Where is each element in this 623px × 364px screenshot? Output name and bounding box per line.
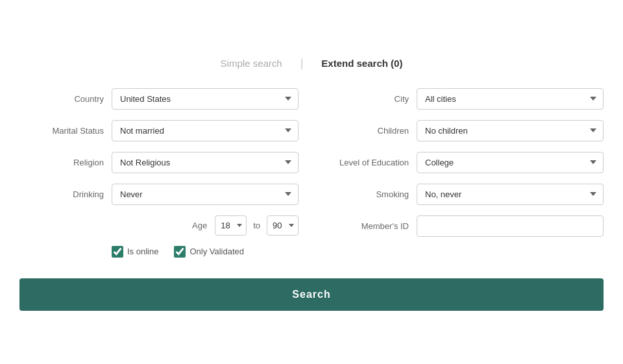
marital-status-row: Marital Status Not married Married Divor… [19, 120, 299, 141]
drinking-label: Drinking [19, 189, 104, 199]
smoking-select[interactable]: No, never Occasionally Regularly Trying … [417, 184, 604, 205]
search-button[interactable]: Search [19, 278, 604, 311]
smoking-row: Smoking No, never Occasionally Regularly… [324, 184, 604, 205]
city-label: City [324, 94, 409, 104]
member-id-input[interactable] [417, 215, 604, 237]
age-label: Age [123, 221, 207, 230]
checkbox-row: Is online Only Validated [19, 246, 299, 258]
education-row: Level of Education College High School B… [324, 152, 604, 173]
is-online-item: Is online [112, 246, 158, 258]
tab-simple-search[interactable]: Simple search [208, 54, 295, 73]
city-select[interactable]: All cities New York Los Angeles Chicago … [417, 88, 604, 110]
smoking-label: Smoking [324, 189, 409, 199]
marital-status-select[interactable]: Not married Married Divorced Widowed [112, 120, 299, 141]
children-row: Children No children Have children Want … [324, 120, 604, 141]
age-to-label: to [253, 221, 260, 230]
drinking-row: Drinking Never Socially Regularly Often [19, 184, 299, 205]
country-select[interactable]: United States Canada United Kingdom Aust… [112, 88, 299, 110]
is-online-label: Is online [127, 247, 158, 256]
only-validated-item: Only Validated [174, 246, 244, 258]
children-label: Children [324, 126, 409, 136]
education-select[interactable]: College High School Bachelor's Master's … [417, 152, 604, 173]
city-row: City All cities New York Los Angeles Chi… [324, 88, 604, 110]
drinking-select[interactable]: Never Socially Regularly Often [112, 184, 299, 205]
children-select[interactable]: No children Have children Want children … [417, 120, 604, 141]
search-btn-row: Search [19, 278, 604, 311]
only-validated-label: Only Validated [189, 247, 244, 256]
religion-select[interactable]: Not Religious Christian Muslim Jewish Bu… [112, 152, 299, 173]
age-to-select[interactable]: 908070 605045 403530 [267, 215, 299, 236]
tab-extend-search[interactable]: Extend search (0) [308, 54, 415, 73]
member-id-row: Member's ID [324, 215, 604, 237]
religion-row: Religion Not Religious Christian Muslim … [19, 152, 299, 173]
tab-divider: | [295, 56, 309, 70]
country-label: Country [19, 94, 104, 104]
marital-status-label: Marital Status [19, 126, 104, 136]
country-row: Country United States Canada United King… [19, 88, 299, 110]
education-label: Level of Education [324, 158, 409, 167]
religion-label: Religion [19, 158, 104, 167]
age-from-select[interactable]: 181920 212225 303540 [215, 215, 247, 236]
member-id-label: Member's ID [324, 221, 409, 231]
only-validated-checkbox[interactable] [174, 246, 186, 258]
age-row: Age 181920 212225 303540 to 908070 60504… [19, 215, 299, 236]
is-online-checkbox[interactable] [112, 246, 123, 258]
